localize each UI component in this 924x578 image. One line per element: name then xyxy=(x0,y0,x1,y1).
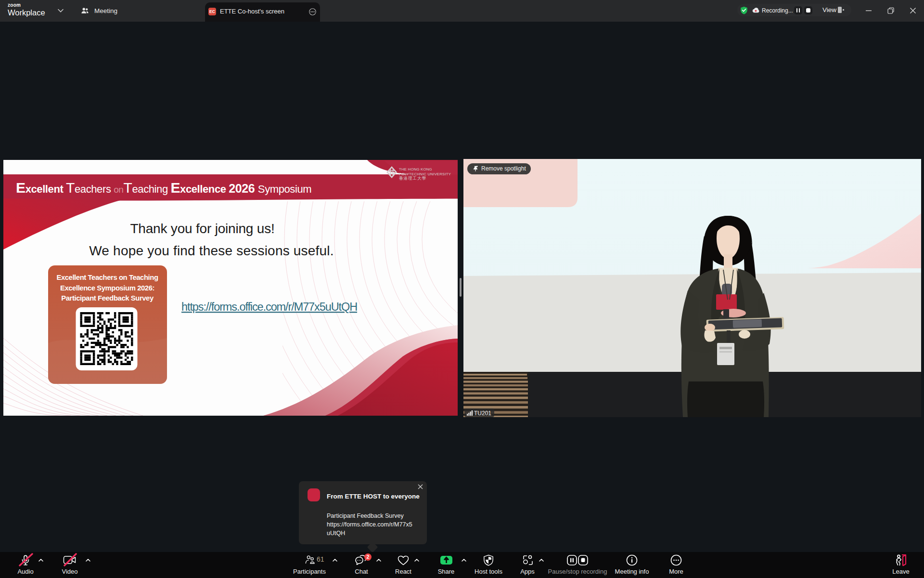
svg-text:Participant Feedback Survey: Participant Feedback Survey xyxy=(61,294,154,302)
svg-text:香港理工大學: 香港理工大學 xyxy=(399,176,426,181)
svg-text:THE HONG KONG: THE HONG KONG xyxy=(399,167,432,171)
svg-text:Excellence Symposium 2026:: Excellence Symposium 2026: xyxy=(60,284,154,292)
svg-text:Excellent Teachers on Teaching: Excellent Teachers on Teaching xyxy=(56,274,158,281)
svg-text:https://forms.office.com/r/M77: https://forms.office.com/r/M77x5uUtQH xyxy=(181,301,357,313)
svg-text:Thank you for joining us!: Thank you for joining us! xyxy=(130,221,274,236)
svg-text:We hope you find these session: We hope you find these sessions useful. xyxy=(89,243,334,258)
